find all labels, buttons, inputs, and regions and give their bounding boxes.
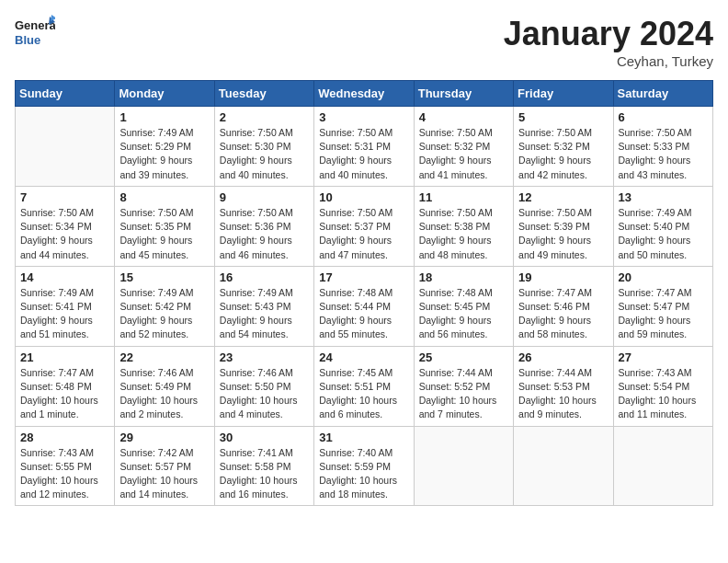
day-number: 31 xyxy=(319,431,408,444)
calendar-cell xyxy=(514,426,613,506)
day-info: Sunrise: 7:48 AM Sunset: 5:45 PM Dayligh… xyxy=(419,286,508,342)
day-number: 3 xyxy=(319,110,408,124)
day-number: 10 xyxy=(319,190,408,204)
calendar-cell: 13Sunrise: 7:49 AM Sunset: 5:40 PM Dayli… xyxy=(613,186,712,266)
day-info: Sunrise: 7:43 AM Sunset: 5:55 PM Dayligh… xyxy=(20,446,109,502)
logo: General Blue xyxy=(15,15,55,50)
day-number: 26 xyxy=(518,350,608,364)
svg-text:Blue: Blue xyxy=(15,33,40,47)
weekday-header: Sunday xyxy=(16,81,115,107)
day-info: Sunrise: 7:40 AM Sunset: 5:59 PM Dayligh… xyxy=(319,446,408,502)
day-info: Sunrise: 7:46 AM Sunset: 5:50 PM Dayligh… xyxy=(220,366,309,422)
calendar-cell: 5Sunrise: 7:50 AM Sunset: 5:32 PM Daylig… xyxy=(514,107,613,187)
day-number: 2 xyxy=(220,110,309,124)
day-info: Sunrise: 7:46 AM Sunset: 5:49 PM Dayligh… xyxy=(119,366,209,422)
calendar-cell: 2Sunrise: 7:50 AM Sunset: 5:30 PM Daylig… xyxy=(214,107,313,187)
calendar-cell: 30Sunrise: 7:41 AM Sunset: 5:58 PM Dayli… xyxy=(214,426,313,506)
day-number: 27 xyxy=(619,350,708,364)
day-info: Sunrise: 7:49 AM Sunset: 5:42 PM Dayligh… xyxy=(119,286,209,342)
calendar-cell: 22Sunrise: 7:46 AM Sunset: 5:49 PM Dayli… xyxy=(115,346,214,426)
calendar-cell: 27Sunrise: 7:43 AM Sunset: 5:54 PM Dayli… xyxy=(613,346,712,426)
calendar-cell: 19Sunrise: 7:47 AM Sunset: 5:46 PM Dayli… xyxy=(514,266,613,346)
day-info: Sunrise: 7:49 AM Sunset: 5:43 PM Dayligh… xyxy=(220,286,309,342)
calendar-table: SundayMondayTuesdayWednesdayThursdayFrid… xyxy=(15,80,713,506)
day-info: Sunrise: 7:50 AM Sunset: 5:36 PM Dayligh… xyxy=(220,206,309,262)
calendar-cell: 4Sunrise: 7:50 AM Sunset: 5:32 PM Daylig… xyxy=(414,107,513,187)
day-info: Sunrise: 7:47 AM Sunset: 5:47 PM Dayligh… xyxy=(619,286,708,342)
day-number: 9 xyxy=(220,190,309,204)
day-info: Sunrise: 7:43 AM Sunset: 5:54 PM Dayligh… xyxy=(619,366,708,422)
day-info: Sunrise: 7:50 AM Sunset: 5:32 PM Dayligh… xyxy=(518,126,608,182)
day-info: Sunrise: 7:41 AM Sunset: 5:58 PM Dayligh… xyxy=(220,446,309,502)
day-number: 15 xyxy=(119,270,209,284)
day-number: 18 xyxy=(419,270,508,284)
day-number: 11 xyxy=(419,190,508,204)
day-number: 17 xyxy=(319,270,408,284)
calendar-cell xyxy=(414,426,513,506)
calendar-cell: 1Sunrise: 7:49 AM Sunset: 5:29 PM Daylig… xyxy=(115,107,214,187)
day-info: Sunrise: 7:44 AM Sunset: 5:52 PM Dayligh… xyxy=(419,366,508,422)
day-number: 20 xyxy=(619,270,708,284)
day-info: Sunrise: 7:42 AM Sunset: 5:57 PM Dayligh… xyxy=(119,446,209,502)
month-title: January 2024 xyxy=(504,15,713,53)
day-info: Sunrise: 7:49 AM Sunset: 5:41 PM Dayligh… xyxy=(20,286,109,342)
day-number: 19 xyxy=(518,270,608,284)
calendar-week-row: 28Sunrise: 7:43 AM Sunset: 5:55 PM Dayli… xyxy=(16,426,713,506)
calendar-cell: 28Sunrise: 7:43 AM Sunset: 5:55 PM Dayli… xyxy=(16,426,115,506)
day-info: Sunrise: 7:50 AM Sunset: 5:35 PM Dayligh… xyxy=(119,206,209,262)
svg-text:General: General xyxy=(15,18,55,32)
calendar-week-row: 1Sunrise: 7:49 AM Sunset: 5:29 PM Daylig… xyxy=(16,107,713,187)
calendar-cell: 18Sunrise: 7:48 AM Sunset: 5:45 PM Dayli… xyxy=(414,266,513,346)
day-info: Sunrise: 7:47 AM Sunset: 5:46 PM Dayligh… xyxy=(518,286,608,342)
day-number: 29 xyxy=(119,431,209,444)
day-info: Sunrise: 7:49 AM Sunset: 5:29 PM Dayligh… xyxy=(119,126,209,182)
day-info: Sunrise: 7:50 AM Sunset: 5:31 PM Dayligh… xyxy=(319,126,408,182)
weekday-header: Monday xyxy=(115,81,214,107)
calendar-cell: 24Sunrise: 7:45 AM Sunset: 5:51 PM Dayli… xyxy=(314,346,414,426)
calendar-cell: 12Sunrise: 7:50 AM Sunset: 5:39 PM Dayli… xyxy=(514,186,613,266)
location: Ceyhan, Turkey xyxy=(504,53,713,69)
calendar-cell: 8Sunrise: 7:50 AM Sunset: 5:35 PM Daylig… xyxy=(115,186,214,266)
day-info: Sunrise: 7:47 AM Sunset: 5:48 PM Dayligh… xyxy=(20,366,109,422)
calendar-cell xyxy=(16,107,115,187)
day-number: 24 xyxy=(319,350,408,364)
calendar-cell: 11Sunrise: 7:50 AM Sunset: 5:38 PM Dayli… xyxy=(414,186,513,266)
calendar-cell xyxy=(613,426,712,506)
calendar-cell: 23Sunrise: 7:46 AM Sunset: 5:50 PM Dayli… xyxy=(214,346,313,426)
day-info: Sunrise: 7:50 AM Sunset: 5:34 PM Dayligh… xyxy=(20,206,109,262)
day-info: Sunrise: 7:45 AM Sunset: 5:51 PM Dayligh… xyxy=(319,366,408,422)
weekday-header: Thursday xyxy=(414,81,513,107)
day-info: Sunrise: 7:49 AM Sunset: 5:40 PM Dayligh… xyxy=(619,206,708,262)
day-info: Sunrise: 7:44 AM Sunset: 5:53 PM Dayligh… xyxy=(518,366,608,422)
weekday-header: Wednesday xyxy=(314,81,414,107)
day-info: Sunrise: 7:50 AM Sunset: 5:30 PM Dayligh… xyxy=(220,126,309,182)
calendar-cell: 29Sunrise: 7:42 AM Sunset: 5:57 PM Dayli… xyxy=(115,426,214,506)
day-info: Sunrise: 7:50 AM Sunset: 5:33 PM Dayligh… xyxy=(619,126,708,182)
weekday-header-row: SundayMondayTuesdayWednesdayThursdayFrid… xyxy=(16,81,713,107)
calendar-cell: 6Sunrise: 7:50 AM Sunset: 5:33 PM Daylig… xyxy=(613,107,712,187)
calendar-cell: 10Sunrise: 7:50 AM Sunset: 5:37 PM Dayli… xyxy=(314,186,414,266)
calendar-cell: 17Sunrise: 7:48 AM Sunset: 5:44 PM Dayli… xyxy=(314,266,414,346)
day-number: 16 xyxy=(220,270,309,284)
day-number: 13 xyxy=(619,190,708,204)
day-number: 5 xyxy=(518,110,608,124)
day-number: 1 xyxy=(119,110,209,124)
calendar-cell: 20Sunrise: 7:47 AM Sunset: 5:47 PM Dayli… xyxy=(613,266,712,346)
day-info: Sunrise: 7:50 AM Sunset: 5:32 PM Dayligh… xyxy=(419,126,508,182)
calendar-cell: 3Sunrise: 7:50 AM Sunset: 5:31 PM Daylig… xyxy=(314,107,414,187)
day-info: Sunrise: 7:50 AM Sunset: 5:38 PM Dayligh… xyxy=(419,206,508,262)
day-number: 14 xyxy=(20,270,109,284)
calendar-cell: 16Sunrise: 7:49 AM Sunset: 5:43 PM Dayli… xyxy=(214,266,313,346)
page-header: General Blue January 2024 Ceyhan, Turkey xyxy=(15,15,713,69)
calendar-week-row: 7Sunrise: 7:50 AM Sunset: 5:34 PM Daylig… xyxy=(16,186,713,266)
day-info: Sunrise: 7:50 AM Sunset: 5:37 PM Dayligh… xyxy=(319,206,408,262)
day-number: 30 xyxy=(220,431,309,444)
calendar-cell: 15Sunrise: 7:49 AM Sunset: 5:42 PM Dayli… xyxy=(115,266,214,346)
day-number: 7 xyxy=(20,190,109,204)
day-number: 28 xyxy=(20,431,109,444)
day-info: Sunrise: 7:48 AM Sunset: 5:44 PM Dayligh… xyxy=(319,286,408,342)
day-info: Sunrise: 7:50 AM Sunset: 5:39 PM Dayligh… xyxy=(518,206,608,262)
day-number: 12 xyxy=(518,190,608,204)
calendar-cell: 21Sunrise: 7:47 AM Sunset: 5:48 PM Dayli… xyxy=(16,346,115,426)
weekday-header: Saturday xyxy=(613,81,712,107)
